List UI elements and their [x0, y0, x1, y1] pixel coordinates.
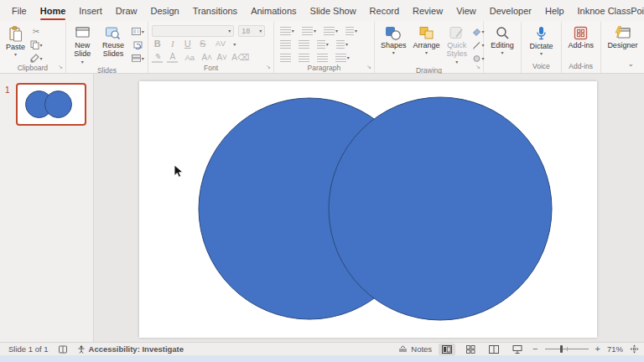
bullets-button[interactable]: ▾	[280, 25, 294, 36]
copy-button[interactable]: ▾	[29, 39, 43, 50]
ribbon-group-drawing: Shapes ▾ Arrange ▾ Quick Styles ▾	[375, 22, 484, 73]
font-size-combobox[interactable]: 18 ▾	[238, 25, 265, 37]
underline-button[interactable]: U	[182, 39, 193, 49]
ribbon-group-designer: Designer	[601, 22, 644, 73]
bold-button[interactable]: B	[152, 39, 163, 49]
dictate-caret-icon: ▾	[540, 51, 543, 56]
slide-sorter-view-button[interactable]	[462, 344, 479, 355]
text-highlight-button[interactable]: ✎	[152, 53, 163, 63]
slide-layout-icon	[132, 28, 141, 35]
shape-fill-button[interactable]: ▾	[471, 26, 485, 37]
tab-review[interactable]: Review	[406, 0, 449, 22]
change-case-button[interactable]: Aa	[182, 54, 197, 62]
tab-transitions[interactable]: Transitions	[186, 0, 244, 22]
paragraph-dialog-launcher-icon[interactable]: ↘	[366, 64, 371, 70]
addins-button[interactable]: Add-ins	[565, 24, 596, 51]
font-name-combobox[interactable]: ▾	[152, 25, 234, 37]
tab-home[interactable]: Home	[34, 0, 73, 22]
zoom-slider-tick	[567, 347, 568, 351]
shapes-button[interactable]: Shapes ▾	[378, 24, 409, 57]
zoom-percentage[interactable]: 71%	[607, 344, 623, 354]
shape-effects-button[interactable]: ▾	[471, 53, 485, 64]
oval-shape-right[interactable]	[329, 97, 552, 320]
editing-button[interactable]: Editing ▾	[488, 24, 517, 57]
shape-outline-button[interactable]: ▾	[471, 39, 485, 50]
zoom-slider-thumb[interactable]	[560, 345, 563, 353]
tab-help[interactable]: Help	[538, 0, 571, 22]
slide-indicator: Slide 1 of 1	[8, 344, 49, 354]
numbering-button[interactable]: ▾	[302, 25, 316, 36]
accessibility-checker-button[interactable]: Accessibility: Investigate	[77, 344, 184, 354]
font-color-button[interactable]: A	[167, 53, 178, 63]
dictate-label: Dictate	[529, 42, 553, 50]
format-painter-button[interactable]: ▾	[29, 53, 43, 64]
slide-thumbnail[interactable]	[16, 83, 86, 126]
paste-button[interactable]: Paste ▾	[3, 24, 28, 59]
tab-inknoe-classpoint[interactable]: Inknoe ClassPoint	[571, 0, 644, 22]
character-spacing-button[interactable]: AV	[212, 40, 229, 48]
decrease-font-size-button[interactable]: A˅	[216, 54, 227, 62]
fit-slide-button[interactable]	[630, 344, 639, 354]
tab-developer[interactable]: Developer	[483, 0, 538, 22]
indent-button[interactable]: ▾	[324, 25, 338, 36]
section-button[interactable]: ▾	[131, 53, 144, 64]
decrease-indent-button[interactable]	[280, 39, 291, 49]
tab-design[interactable]: Design	[143, 0, 185, 22]
tab-insert[interactable]: Insert	[72, 0, 109, 22]
notes-button[interactable]: Notes	[398, 344, 432, 354]
designer-button[interactable]: Designer	[605, 24, 640, 51]
spell-check-button[interactable]	[59, 345, 67, 354]
reuse-slides-button[interactable]: Reuse Slides	[97, 24, 130, 60]
clipboard-dialog-launcher-icon[interactable]: ↘	[58, 64, 63, 70]
reading-view-button[interactable]	[486, 344, 502, 355]
tab-view[interactable]: View	[449, 0, 483, 22]
tab-animations[interactable]: Animations	[244, 0, 303, 22]
font-dialog-launcher-icon[interactable]: ↘	[266, 64, 271, 70]
ribbon: Paste ▾ ✂ ▾ ▾	[0, 22, 644, 74]
zoom-slider[interactable]	[545, 349, 589, 349]
strikethrough-button[interactable]: S	[197, 39, 208, 49]
editing-caret-icon: ▾	[501, 50, 504, 55]
clear-formatting-button[interactable]: A⌫	[231, 54, 242, 62]
line-spacing-button[interactable]: ▾	[345, 25, 357, 36]
columns-button[interactable]: ▾	[317, 39, 329, 49]
italic-button[interactable]: I	[167, 39, 178, 49]
voice-group-label: Voice	[532, 62, 550, 70]
cut-button[interactable]: ✂	[29, 26, 43, 37]
reset-slide-button[interactable]	[131, 39, 144, 50]
tab-draw[interactable]: Draw	[109, 0, 144, 22]
text-direction-button[interactable]: ▾	[336, 39, 348, 49]
zoom-in-button[interactable]: +	[595, 344, 600, 354]
collapse-ribbon-icon[interactable]: ⌄	[627, 59, 634, 68]
align-right-button[interactable]	[317, 52, 328, 63]
slide-show-button[interactable]	[509, 344, 526, 355]
increase-indent-button[interactable]	[299, 39, 309, 49]
slide-layout-button[interactable]: ▾	[131, 26, 144, 37]
increase-font-size-button[interactable]: A˄	[201, 54, 212, 62]
slide-page[interactable]	[139, 81, 597, 338]
convert-to-smartart-button[interactable]: ▾	[335, 52, 350, 63]
arrange-button[interactable]: Arrange ▾	[411, 24, 443, 57]
tab-slide-show[interactable]: Slide Show	[304, 0, 363, 22]
character-spacing-caret-icon: ▾	[233, 42, 236, 47]
quick-styles-button[interactable]: Quick Styles ▾	[444, 24, 470, 66]
align-center-button[interactable]	[299, 52, 309, 63]
taskbar-strip	[0, 355, 644, 362]
tab-record[interactable]: Record	[363, 0, 406, 22]
dictate-button[interactable]: Dictate ▾	[527, 24, 555, 58]
zoom-out-button[interactable]: −	[532, 344, 538, 354]
designer-icon	[615, 26, 631, 40]
ribbon-group-editing: Editing ▾	[484, 22, 522, 73]
tab-file[interactable]: File	[5, 0, 34, 22]
new-slide-caret-icon: ▾	[81, 59, 84, 65]
normal-view-button[interactable]	[439, 344, 455, 355]
font-size-value: 18	[242, 27, 250, 35]
ribbon-group-slides: New Slide ▾ Reuse Slides	[66, 22, 148, 73]
paste-caret-icon: ▾	[14, 52, 17, 57]
align-left-button[interactable]	[280, 52, 291, 63]
new-slide-button[interactable]: New Slide ▾	[70, 24, 96, 66]
slide-canvas[interactable]	[94, 74, 644, 342]
slide-thumbnail-panel: 1	[0, 74, 94, 342]
book-icon	[59, 345, 67, 354]
drawing-dialog-launcher-icon[interactable]: ↘	[475, 64, 480, 70]
